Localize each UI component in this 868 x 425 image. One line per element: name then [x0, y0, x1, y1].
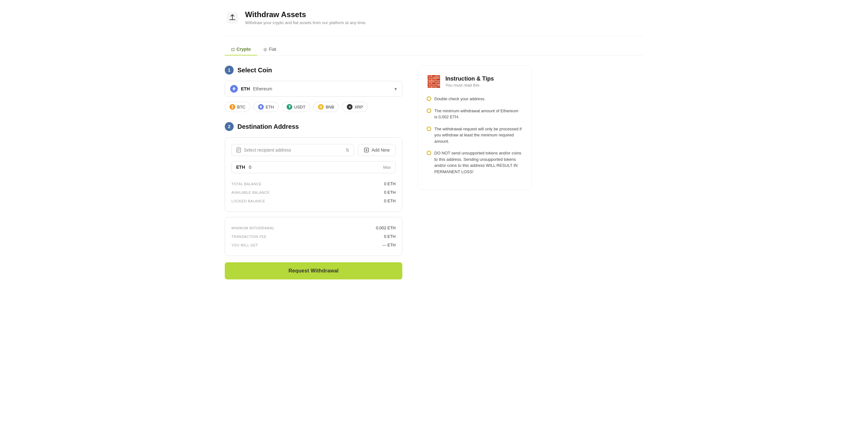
coin-selector-left: ETH Ethereum — [230, 85, 272, 93]
available-balance-label: AVAILABLE BALANCE — [231, 191, 270, 194]
fiat-tab-label: Fiat — [269, 47, 276, 52]
instruction-text-2: The minimum withdrawal amount of Ethereu… — [434, 108, 522, 120]
step1-number: 1 — [225, 66, 234, 74]
bnb-icon: B — [318, 104, 324, 110]
usdt-icon: ₮ — [287, 104, 292, 110]
instruction-dot-2 — [427, 109, 431, 113]
amount-row: ETH Max — [231, 161, 396, 173]
total-balance-label: TOTAL BALANCE — [231, 182, 261, 186]
balance-row-total: TOTAL BALANCE 0 ETH — [231, 180, 396, 188]
instructions-header: 🧱 Instruction & Tips You must read this — [427, 75, 522, 88]
instruction-item-4: DO NOT send unsupported tokens and/or co… — [427, 150, 522, 175]
quick-coin-eth[interactable]: ETH — [253, 102, 279, 112]
add-new-button[interactable]: Add New — [358, 144, 396, 156]
locked-balance-label: LOCKED BALANCE — [231, 199, 265, 203]
instructions-panel: 🧱 Instruction & Tips You must read this … — [417, 66, 532, 190]
instruction-item-2: The minimum withdrawal amount of Ethereu… — [427, 108, 522, 120]
eth-quick-icon — [258, 104, 264, 110]
min-withdrawal-value: 0,002 ETH — [376, 225, 396, 230]
quick-coin-btc[interactable]: ₿ BTC — [225, 102, 250, 112]
instruction-text-4: DO NOT send unsupported tokens and/or co… — [434, 150, 522, 175]
xrp-label: XRP — [354, 105, 363, 110]
tab-fiat[interactable]: ◎ Fiat — [257, 43, 282, 56]
fiat-tab-icon: ◎ — [264, 47, 267, 52]
instruction-item-3: The withdrawal request will only be proc… — [427, 126, 522, 145]
address-box: Select recipient address ⇅ Add New E — [225, 137, 402, 212]
step2-number: 2 — [225, 122, 234, 131]
amount-currency: ETH — [236, 164, 245, 170]
balance-table: TOTAL BALANCE 0 ETH AVAILABLE BALANCE 0 … — [231, 180, 396, 205]
step1-header: 1 Select Coin — [225, 66, 402, 74]
balance-row-locked: LOCKED BALANCE 0 ETH — [231, 196, 396, 205]
page-header: Withdraw Assets Withdraw your crypto and… — [225, 10, 643, 25]
tabs-container: ◻ Crypto ◎ Fiat — [225, 43, 643, 56]
min-withdrawal-label: MINIMUM WITHDRAWAL — [231, 226, 275, 230]
form-section: 1 Select Coin ETH Ethereum ▾ — [225, 66, 402, 279]
address-dropdown[interactable]: Select recipient address ⇅ — [231, 144, 354, 156]
you-will-get-label: YOU WILL GET — [231, 243, 258, 247]
quick-coins-row: ₿ BTC ETH ₮ USDT B BNB — [225, 102, 402, 112]
info-row-fee: TRANSACTION FEE 0 ETH — [231, 232, 396, 241]
address-placeholder: Select recipient address — [244, 148, 291, 153]
dropdown-chevron: ▾ — [394, 86, 397, 92]
step1-title: Select Coin — [238, 67, 272, 74]
locked-balance-value: 0 ETH — [384, 199, 396, 203]
step2-header: 2 Destination Address — [225, 122, 402, 131]
address-book-icon — [236, 148, 241, 153]
page-title: Withdraw Assets — [245, 10, 367, 19]
address-dropdown-arrows: ⇅ — [346, 148, 349, 153]
crypto-tab-icon: ◻ — [231, 47, 235, 52]
address-selector-row: Select recipient address ⇅ Add New — [231, 144, 396, 156]
page-subtitle: Withdraw your crypto and fiat assets fro… — [245, 20, 367, 25]
instruction-text-1: Double check your address. — [434, 96, 485, 102]
instructions-title: Instruction & Tips — [445, 75, 494, 82]
instructions-title-group: Instruction & Tips You must read this — [445, 75, 494, 88]
btc-icon: ₿ — [229, 104, 235, 110]
instructions-emoji: 🧱 — [427, 75, 441, 88]
step2-title: Destination Address — [238, 123, 299, 130]
xrp-icon: ✕ — [347, 104, 352, 110]
balance-row-available: AVAILABLE BALANCE 0 ETH — [231, 188, 396, 196]
usdt-label: USDT — [294, 105, 305, 110]
instruction-text-3: The withdrawal request will only be proc… — [434, 126, 522, 145]
transaction-fee-label: TRANSACTION FEE — [231, 235, 267, 239]
info-row-min: MINIMUM WITHDRAWAL 0,002 ETH — [231, 223, 396, 232]
bnb-label: BNB — [326, 105, 334, 110]
instruction-dot-3 — [427, 126, 431, 131]
total-balance-value: 0 ETH — [384, 181, 396, 186]
quick-coin-usdt[interactable]: ₮ USDT — [282, 102, 310, 112]
transaction-fee-value: 0 ETH — [384, 234, 396, 239]
header-divider — [225, 35, 643, 36]
eth-logo — [230, 85, 238, 93]
quick-coin-bnb[interactable]: B BNB — [313, 102, 339, 112]
btc-label: BTC — [237, 105, 245, 110]
crypto-tab-label: Crypto — [237, 47, 251, 52]
you-will-get-value: --- ETH — [382, 243, 396, 247]
selected-coin-code: ETH — [241, 86, 250, 91]
withdraw-icon — [225, 10, 240, 25]
instructions-subtitle: You must read this — [445, 83, 494, 88]
add-new-icon — [364, 148, 369, 153]
add-new-label: Add New — [372, 148, 390, 153]
page-title-group: Withdraw Assets Withdraw your crypto and… — [245, 10, 367, 25]
instruction-dot-4 — [427, 151, 431, 155]
instruction-item-1: Double check your address. — [427, 96, 522, 102]
address-dropdown-left: Select recipient address — [236, 148, 291, 153]
request-withdrawal-button[interactable]: Request Withdrawal — [225, 262, 402, 279]
tab-crypto[interactable]: ◻ Crypto — [225, 43, 257, 56]
info-row-get: YOU WILL GET --- ETH — [231, 241, 396, 249]
available-balance-value: 0 ETH — [384, 190, 396, 195]
instruction-dot-1 — [427, 96, 431, 101]
main-layout: 1 Select Coin ETH Ethereum ▾ — [225, 66, 643, 279]
coin-dropdown[interactable]: ETH Ethereum ▾ — [225, 81, 402, 97]
max-button[interactable]: Max — [383, 165, 391, 170]
selected-coin-name: Ethereum — [253, 86, 272, 91]
info-box: MINIMUM WITHDRAWAL 0,002 ETH TRANSACTION… — [225, 217, 402, 256]
amount-input[interactable] — [249, 164, 383, 170]
quick-coin-xrp[interactable]: ✕ XRP — [342, 102, 368, 112]
eth-quick-label: ETH — [266, 105, 274, 110]
